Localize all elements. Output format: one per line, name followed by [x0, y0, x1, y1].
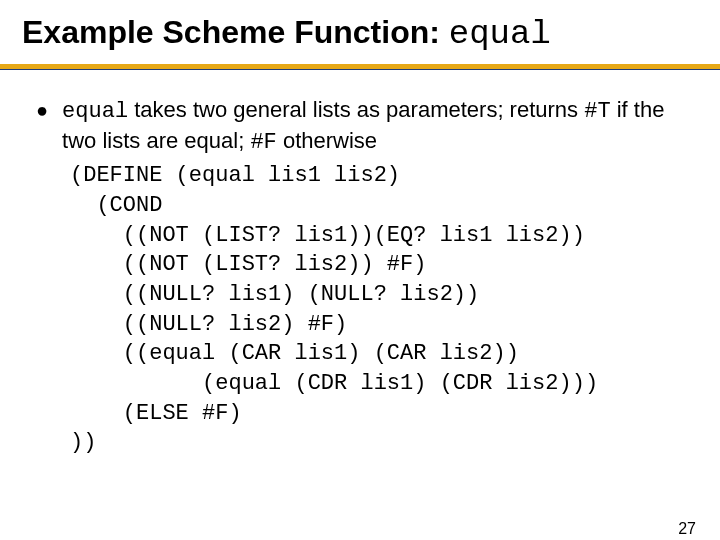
bullet-mono-2: #T [584, 99, 610, 124]
code-line-6: ((NULL? lis2) #F) [70, 312, 347, 337]
title-text: Example Scheme Function: [22, 14, 449, 50]
page-number: 27 [678, 520, 696, 538]
code-line-2: (COND [70, 193, 162, 218]
bullet-text: equal takes two general lists as paramet… [62, 96, 690, 157]
code-block: (DEFINE (equal lis1 lis2) (COND ((NOT (L… [70, 161, 690, 458]
code-line-4: ((NOT (LIST? lis2)) #F) [70, 252, 426, 277]
bullet-item: ● equal takes two general lists as param… [36, 96, 690, 157]
bullet-text-1: takes two general lists as parameters; r… [128, 97, 584, 122]
code-line-5: ((NULL? lis1) (NULL? lis2)) [70, 282, 479, 307]
code-line-7: ((equal (CAR lis1) (CAR lis2)) [70, 341, 519, 366]
slide-body: ● equal takes two general lists as param… [36, 96, 690, 458]
slide-title: Example Scheme Function: equal [22, 14, 720, 54]
bullet-dot-icon: ● [36, 98, 48, 122]
code-line-9: (ELSE #F) [70, 401, 242, 426]
code-line-10: )) [70, 430, 96, 455]
code-line-8: (equal (CDR lis1) (CDR lis2))) [70, 371, 598, 396]
title-mono: equal [449, 15, 551, 53]
bullet-text-3: otherwise [277, 128, 377, 153]
code-line-3: ((NOT (LIST? lis1))(EQ? lis1 lis2)) [70, 223, 585, 248]
divider-thin [0, 69, 720, 70]
code-line-1: (DEFINE (equal lis1 lis2) [70, 163, 400, 188]
bullet-mono-3: #F [250, 130, 276, 155]
bullet-mono-1: equal [62, 99, 128, 124]
slide: Example Scheme Function: equal ● equal t… [0, 14, 720, 540]
